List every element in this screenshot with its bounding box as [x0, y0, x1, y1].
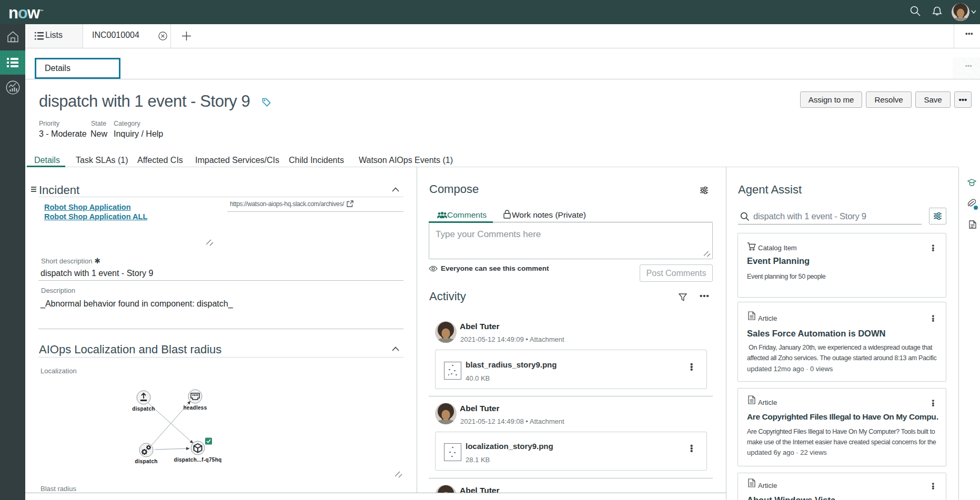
svg-text:dispatch...f-q75hq: dispatch...f-q75hq	[174, 457, 222, 463]
svg-text:headless: headless	[183, 405, 207, 411]
svg-text:dispatch: dispatch	[132, 406, 155, 412]
svg-text:dispatch: dispatch	[135, 458, 158, 464]
